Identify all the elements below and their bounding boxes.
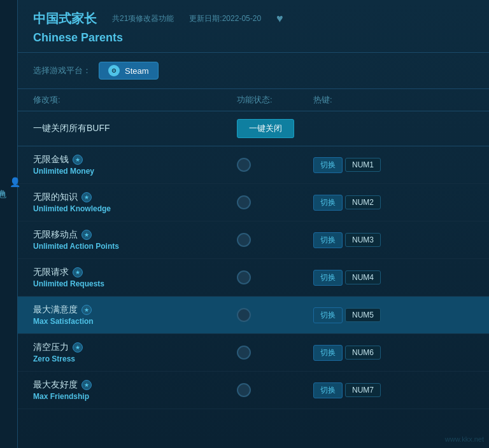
hotkey-toggle-btn-0[interactable]: 切换 (313, 157, 343, 173)
hotkey-col-2: 切换 NUM3 (313, 232, 474, 248)
game-title-en: Chinese Parents (33, 31, 474, 45)
modifier-name-col-5: 清空压力 ★ Zero Stress (33, 342, 237, 363)
col-header-name: 修改项: (33, 94, 237, 106)
modifier-row[interactable]: 无限请求 ★ Unlimited Requests 切换 NUM4 (18, 259, 489, 297)
modifier-name-cn-4: 最大满意度 ★ (33, 304, 237, 316)
hotkey-key-5: NUM6 (345, 346, 381, 360)
toggle-col-5 (237, 346, 313, 360)
star-badge-3: ★ (73, 267, 83, 277)
hotkey-toggle-btn-3[interactable]: 切换 (313, 270, 343, 286)
game-title-cn: 中国式家长 (33, 10, 97, 27)
hotkey-key-4: NUM5 (345, 308, 381, 322)
modifier-name-cn-5: 清空压力 ★ (33, 342, 237, 353)
modifier-name-en-2: Unlimited Action Points (33, 242, 237, 251)
modifier-name-cn-2: 无限移动点 ★ (33, 229, 237, 241)
hotkey-toggle-btn-5[interactable]: 切换 (313, 345, 343, 361)
col-header-hotkey: 热键: (313, 94, 474, 106)
header-top: 中国式家长 共21项修改器功能 更新日期:2022-05-20 ♥ (33, 10, 474, 27)
modifier-name-en-1: Unlimited Knowledge (33, 204, 237, 213)
toggle-dot-2[interactable] (237, 233, 251, 247)
hotkey-col-3: 切换 NUM4 (313, 270, 474, 286)
header: 中国式家长 共21项修改器功能 更新日期:2022-05-20 ♥ Chines… (18, 0, 489, 53)
star-badge-4: ★ (82, 305, 92, 315)
hotkey-col-0: 切换 NUM1 (313, 157, 474, 173)
hotkey-col-1: 切换 NUM2 (313, 195, 474, 211)
hotkey-toggle-btn-6[interactable]: 切换 (313, 382, 343, 398)
platform-row: 选择游戏平台： ⊙ Steam (18, 53, 489, 89)
hotkey-col-6: 切换 NUM7 (313, 382, 474, 398)
hotkey-toggle-btn-4[interactable]: 切换 (313, 307, 343, 323)
hotkey-key-6: NUM7 (345, 383, 381, 397)
steam-logo-icon: ⊙ (108, 65, 120, 76)
one-click-name: 一键关闭所有BUFF (33, 123, 237, 134)
modifier-name-col-0: 无限金钱 ★ Unlimited Money (33, 154, 237, 176)
modifier-name-en-0: Unlimited Money (33, 167, 237, 176)
toggle-dot-1[interactable] (237, 195, 251, 209)
modifier-row[interactable]: 无限金钱 ★ Unlimited Money 切换 NUM1 (18, 146, 489, 184)
modifier-row[interactable]: 无限的知识 ★ Unlimited Knowledge 切换 NUM2 (18, 184, 489, 221)
star-badge-5: ★ (73, 342, 83, 353)
hotkey-col-5: 切换 NUM6 (313, 345, 474, 361)
main-container: 👤 角色 中国式家长 共21项修改器功能 更新日期:2022-05-20 ♥ C… (0, 0, 489, 448)
modifier-name-cn-3: 无限请求 ★ (33, 267, 237, 278)
steam-button[interactable]: ⊙ Steam (99, 62, 159, 80)
table-header: 修改项: 功能状态: 热键: (18, 89, 489, 111)
favorite-heart-icon[interactable]: ♥ (276, 12, 283, 25)
hotkey-key-1: NUM2 (345, 195, 381, 209)
modifier-row[interactable]: 最大满意度 ★ Max Satisfaction 切换 NUM5 (18, 297, 489, 334)
steam-button-label: Steam (125, 66, 149, 76)
toggle-col-1 (237, 195, 313, 209)
toggle-col-3 (237, 270, 313, 284)
modifier-name-col-2: 无限移动点 ★ Unlimited Action Points (33, 229, 237, 251)
header-meta-date: 更新日期:2022-05-20 (189, 13, 261, 24)
modifier-name-col-3: 无限请求 ★ Unlimited Requests (33, 267, 237, 288)
modifier-name-col-4: 最大满意度 ★ Max Satisfaction (33, 304, 237, 326)
hotkey-col-4: 切换 NUM5 (313, 307, 474, 323)
toggle-col-4 (237, 308, 313, 322)
platform-label: 选择游戏平台： (33, 65, 91, 76)
col-header-status: 功能状态: (237, 94, 313, 106)
hotkey-key-3: NUM4 (345, 270, 381, 284)
modifier-name-cn-6: 最大友好度 ★ (33, 379, 237, 391)
hotkey-key-2: NUM3 (345, 233, 381, 247)
toggle-dot-5[interactable] (237, 346, 251, 360)
toggle-dot-4[interactable] (237, 308, 251, 322)
sidebar: 👤 角色 (0, 0, 18, 448)
toggle-dot-6[interactable] (237, 383, 251, 397)
one-click-row: 一键关闭所有BUFF 一键关闭 (18, 111, 489, 146)
modifier-name-cn-0: 无限金钱 ★ (33, 154, 237, 165)
toggle-dot-0[interactable] (237, 158, 251, 172)
modifier-name-en-5: Zero Stress (33, 354, 237, 363)
star-badge-1: ★ (82, 192, 92, 202)
modifier-list: 无限金钱 ★ Unlimited Money 切换 NUM1 无限的知识 ★ U… (18, 146, 489, 448)
toggle-dot-3[interactable] (237, 270, 251, 284)
toggle-col-6 (237, 383, 313, 397)
modifier-name-col-6: 最大友好度 ★ Max Friendship (33, 379, 237, 401)
toggle-col-0 (237, 158, 313, 172)
modifier-name-col-1: 无限的知识 ★ Unlimited Knowledge (33, 192, 237, 213)
modifier-row[interactable]: 无限移动点 ★ Unlimited Action Points 切换 NUM3 (18, 221, 489, 259)
toggle-col-2 (237, 233, 313, 247)
sidebar-tab-label: 角色 (0, 183, 8, 186)
modifier-name-en-3: Unlimited Requests (33, 279, 237, 288)
header-meta-count: 共21项修改器功能 (112, 13, 174, 24)
modifier-row[interactable]: 最大友好度 ★ Max Friendship 切换 NUM7 (18, 372, 489, 409)
watermark: www.kkx.net (445, 435, 484, 443)
hotkey-toggle-btn-1[interactable]: 切换 (313, 195, 343, 211)
content-area: 中国式家长 共21项修改器功能 更新日期:2022-05-20 ♥ Chines… (18, 0, 489, 448)
hotkey-toggle-btn-2[interactable]: 切换 (313, 232, 343, 248)
modifier-name-cn-1: 无限的知识 ★ (33, 192, 237, 203)
one-click-button[interactable]: 一键关闭 (237, 119, 294, 138)
star-badge-0: ★ (73, 155, 83, 165)
modifier-row[interactable]: 清空压力 ★ Zero Stress 切换 NUM6 (18, 334, 489, 372)
hotkey-key-0: NUM1 (345, 158, 381, 172)
star-badge-2: ★ (82, 230, 92, 240)
modifier-name-en-6: Max Friendship (33, 392, 237, 401)
modifier-name-en-4: Max Satisfaction (33, 317, 237, 326)
star-badge-6: ★ (82, 380, 92, 390)
